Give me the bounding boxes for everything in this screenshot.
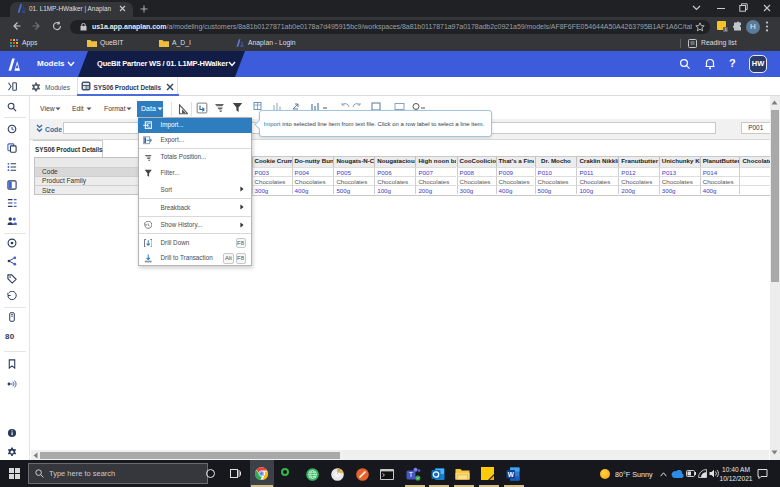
svg-text:T: T bbox=[409, 471, 414, 478]
svg-text:W: W bbox=[508, 471, 515, 478]
